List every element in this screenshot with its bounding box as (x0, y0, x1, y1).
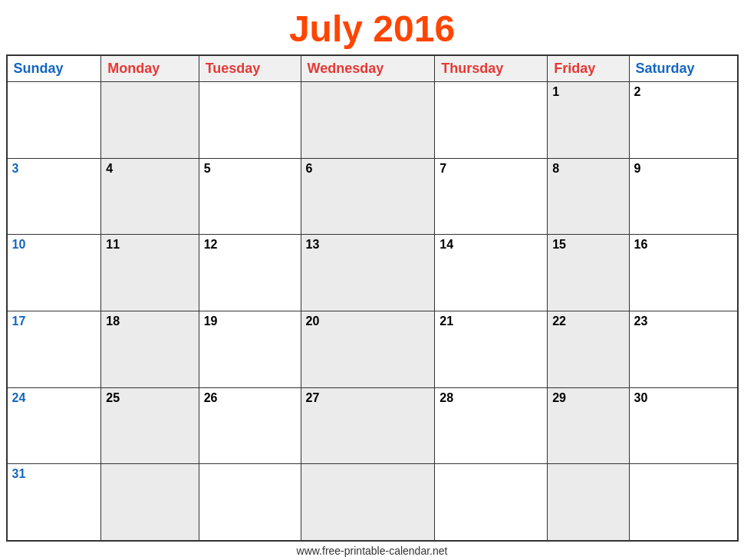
day-number: 21 (439, 315, 453, 328)
calendar-cell: 12 (199, 235, 301, 311)
day-number: 1 (552, 85, 559, 98)
day-number: 26 (204, 391, 218, 404)
calendar-cell: 20 (301, 311, 435, 387)
calendar-cell: 4 (101, 158, 199, 235)
calendar-cell (199, 82, 301, 159)
day-number: 11 (106, 238, 120, 251)
calendar-cell (629, 464, 737, 541)
day-number: 10 (12, 238, 26, 251)
day-number: 18 (106, 315, 120, 328)
day-number: 4 (106, 162, 113, 175)
calendar-cell: 23 (629, 311, 737, 387)
calendar-table: SundayMondayTuesdayWednesdayThursdayFrid… (7, 55, 738, 541)
calendar-cell: 30 (629, 387, 737, 464)
header-monday: Monday (101, 56, 199, 82)
calendar-cell: 28 (435, 387, 548, 464)
header-sunday: Sunday (7, 56, 101, 82)
calendar-cell (301, 464, 435, 541)
calendar-cell (435, 82, 548, 159)
calendar-cell: 22 (548, 311, 629, 387)
day-number: 14 (439, 238, 453, 251)
week-row: 12 (7, 82, 737, 159)
calendar-title: July 2016 (289, 0, 455, 54)
week-row: 3456789 (7, 158, 737, 235)
day-number: 22 (552, 315, 566, 328)
week-row: 31 (7, 464, 737, 541)
calendar-cell: 26 (199, 387, 301, 464)
calendar-cell (101, 464, 199, 541)
calendar-cell: 10 (7, 235, 101, 311)
calendar-cell: 27 (301, 387, 435, 464)
day-number: 24 (12, 391, 26, 404)
day-number: 7 (439, 162, 446, 175)
calendar-cell (199, 464, 301, 541)
day-number: 8 (552, 162, 559, 175)
day-number: 19 (204, 315, 218, 328)
calendar-cell: 29 (548, 387, 629, 464)
calendar-cell: 9 (629, 158, 737, 235)
day-number: 17 (12, 315, 26, 328)
calendar-cell: 2 (629, 82, 737, 159)
calendar-cell: 3 (7, 158, 101, 235)
day-number: 15 (552, 238, 566, 251)
calendar-cell: 16 (629, 235, 737, 311)
day-number: 29 (552, 391, 566, 404)
day-number: 27 (306, 391, 320, 404)
day-number: 25 (106, 391, 120, 404)
calendar-cell (301, 82, 435, 159)
calendar-body: 1234567891011121314151617181920212223242… (7, 82, 737, 541)
day-number: 3 (12, 162, 19, 175)
day-number: 20 (306, 315, 320, 328)
calendar-cell: 19 (199, 311, 301, 387)
day-number: 2 (634, 85, 641, 98)
calendar-cell: 1 (548, 82, 629, 159)
day-number: 9 (634, 162, 641, 175)
header-thursday: Thursday (435, 56, 548, 82)
day-number: 5 (204, 162, 211, 175)
calendar-header: SundayMondayTuesdayWednesdayThursdayFrid… (7, 56, 737, 82)
calendar-wrapper: SundayMondayTuesdayWednesdayThursdayFrid… (6, 54, 739, 542)
week-row: 24252627282930 (7, 387, 737, 464)
calendar-cell: 5 (199, 158, 301, 235)
calendar-cell: 11 (101, 235, 199, 311)
calendar-cell: 6 (301, 158, 435, 235)
day-number: 13 (306, 238, 320, 251)
day-number: 30 (634, 391, 648, 404)
calendar-cell: 8 (548, 158, 629, 235)
calendar-cell (548, 464, 629, 541)
week-row: 17181920212223 (7, 311, 737, 387)
calendar-cell (101, 82, 199, 159)
day-number: 23 (634, 315, 648, 328)
header-saturday: Saturday (629, 56, 737, 82)
calendar-cell: 25 (101, 387, 199, 464)
calendar-cell: 14 (435, 235, 548, 311)
calendar-cell: 21 (435, 311, 548, 387)
day-number: 6 (306, 162, 313, 175)
calendar-cell (435, 464, 548, 541)
footer: www.free-printable-calendar.net (297, 542, 448, 560)
calendar-cell (7, 82, 101, 159)
day-number: 12 (204, 238, 218, 251)
calendar-cell: 31 (7, 464, 101, 541)
calendar-cell: 18 (101, 311, 199, 387)
day-number: 28 (439, 391, 453, 404)
calendar-cell: 7 (435, 158, 548, 235)
calendar-cell: 15 (548, 235, 629, 311)
header-wednesday: Wednesday (301, 56, 435, 82)
calendar-cell: 17 (7, 311, 101, 387)
calendar-cell: 13 (301, 235, 435, 311)
day-number: 16 (634, 238, 648, 251)
header-tuesday: Tuesday (199, 56, 301, 82)
week-row: 10111213141516 (7, 235, 737, 311)
header-friday: Friday (548, 56, 629, 82)
calendar-cell: 24 (7, 387, 101, 464)
day-number: 31 (12, 467, 26, 480)
